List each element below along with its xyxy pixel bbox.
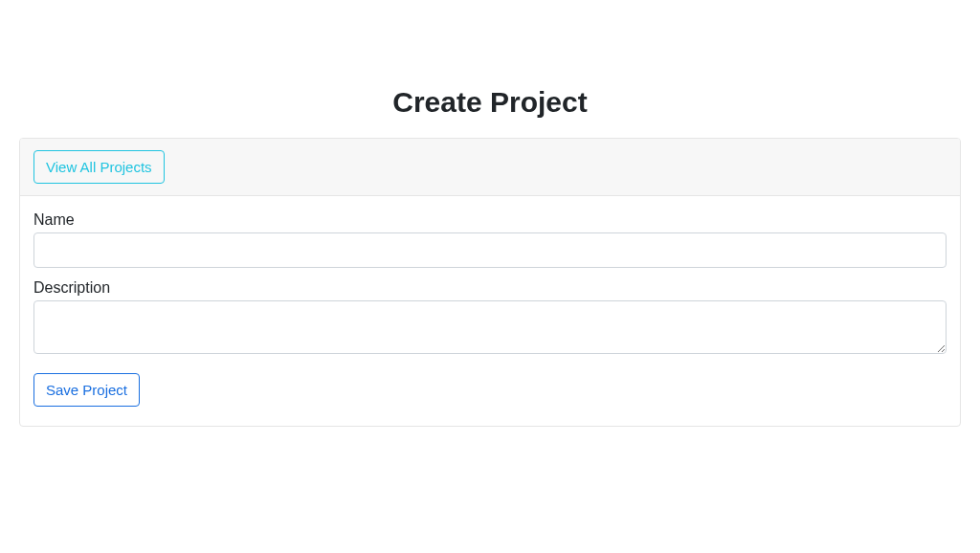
description-field-group: Description [33,279,947,358]
view-all-projects-button[interactable]: View All Projects [33,150,165,184]
name-label: Name [33,211,947,229]
description-label: Description [33,279,947,297]
name-field-group: Name [33,211,947,268]
page-title: Create Project [19,86,961,119]
name-input[interactable] [33,232,947,268]
page-container: Create Project View All Projects Name De… [0,0,980,446]
card-header: View All Projects [20,139,960,196]
save-project-button[interactable]: Save Project [33,373,140,407]
submit-row: Save Project [33,373,947,407]
description-input[interactable] [33,300,947,354]
project-card: View All Projects Name Description Save … [19,138,961,427]
card-body: Name Description Save Project [20,196,960,426]
